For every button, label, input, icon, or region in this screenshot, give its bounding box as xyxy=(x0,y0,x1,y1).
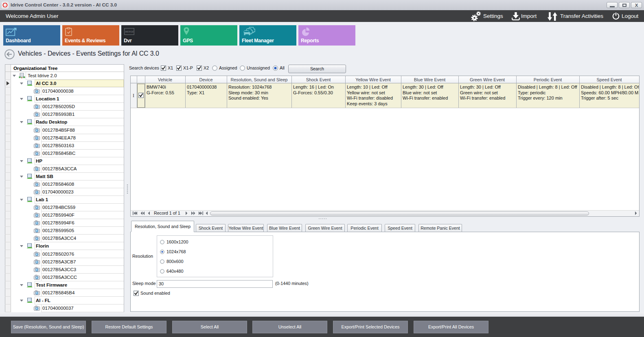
svg-text:MERGE: MERGE xyxy=(125,30,134,33)
